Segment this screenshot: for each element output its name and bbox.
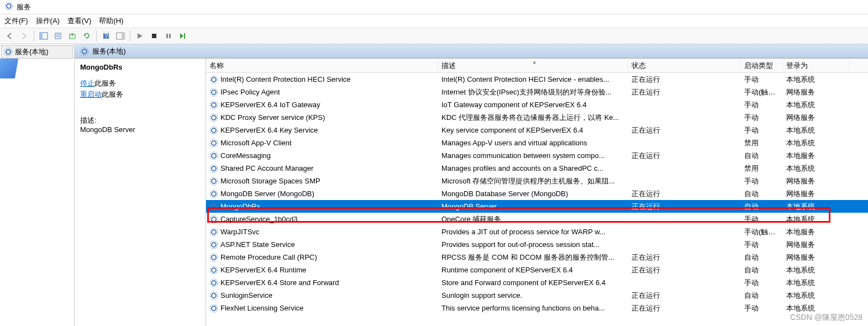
col-status[interactable]: 状态	[628, 59, 741, 72]
gear-icon	[4, 48, 13, 56]
service-row[interactable]: Microsoft App-V ClientManages App-V user…	[206, 136, 868, 149]
restart-link[interactable]: 重启动	[80, 90, 102, 98]
service-name: KEPServerEX 6.4 Store and Forward	[220, 278, 339, 287]
service-logon: 本地系统	[783, 75, 849, 85]
service-desc: RPCSS 服务是 COM 和 DCOM 服务器的服务控制管...	[438, 253, 628, 262]
help-button[interactable]: ?	[99, 29, 113, 43]
title-bar: 服务	[0, 0, 868, 14]
service-row[interactable]: KEPServerEX 6.4 IoT GatewayIoT Gateway c…	[206, 98, 868, 111]
service-logon: 本地服务	[783, 227, 849, 237]
service-logon: 本地系统	[783, 214, 849, 224]
export-button[interactable]	[66, 29, 79, 43]
service-desc: Internet 协议安全(IPsec)支持网络级别的对等身份验...	[438, 87, 628, 97]
service-desc: Manages profiles and accounts on a Share…	[438, 164, 628, 172]
service-desc: MongoDB Database Server (MongoDB)	[438, 190, 628, 198]
service-desc: Manages App-V users and virtual applicat…	[438, 139, 628, 147]
col-desc[interactable]: 描述▴	[438, 59, 628, 72]
service-logon: 本地系统	[783, 265, 849, 275]
svg-rect-3	[40, 33, 43, 39]
refresh-button[interactable]	[80, 29, 93, 43]
gear-icon	[209, 177, 218, 186]
service-row[interactable]: KEPServerEX 6.4 Key ServiceKey service c…	[206, 124, 868, 136]
back-button[interactable]	[3, 29, 17, 43]
service-row[interactable]: Shared PC Account ManagerManages profile…	[206, 162, 868, 175]
service-name: SunloginService	[220, 291, 272, 299]
tree-root-item[interactable]: 服务(本地)	[1, 45, 73, 59]
pause-service-button[interactable]	[162, 29, 175, 43]
gear-icon	[209, 304, 218, 313]
service-desc: OneCore 捕获服务	[438, 214, 628, 224]
service-name: MongoDB Server (MongoDB)	[220, 190, 314, 198]
service-logon: 本地系统	[783, 291, 849, 301]
service-name: Remote Procedure Call (RPC)	[220, 253, 317, 261]
service-logon: 本地服务	[783, 151, 849, 161]
service-row[interactable]: CoreMessagingManages communication betwe…	[206, 149, 868, 162]
service-status: 正在运行	[628, 265, 741, 275]
service-logon: 网络服务	[783, 113, 849, 123]
properties-button[interactable]	[51, 29, 65, 43]
overlay-decoration	[0, 59, 18, 78]
service-row[interactable]: WarpJITSvcProvides a JIT out of process …	[206, 225, 868, 238]
start-service-button[interactable]	[133, 29, 146, 43]
service-row[interactable]: Microsoft Storage Spaces SMPMicrosoft 存储…	[206, 175, 868, 187]
menu-view[interactable]: 查看(V)	[67, 16, 91, 26]
service-name: IPsec Policy Agent	[220, 88, 280, 96]
col-name[interactable]: 名称	[206, 59, 438, 72]
service-row[interactable]: Remote Procedure Call (RPC)RPCSS 服务是 COM…	[206, 251, 868, 264]
service-startup: 手动	[741, 100, 783, 110]
stop-link[interactable]: 停止	[80, 79, 94, 87]
service-desc: Provides a JIT out of process service fo…	[438, 228, 628, 236]
service-logon: 网络服务	[783, 176, 849, 186]
svg-rect-11	[122, 33, 124, 39]
service-desc: Provides support for out-of-process sess…	[438, 240, 628, 249]
service-logon: 本地系统	[783, 138, 849, 148]
action-pane-button[interactable]	[114, 29, 127, 43]
service-status: 正在运行	[628, 189, 741, 199]
service-desc: IoT Gateway component of KEPServerEX 6.4	[438, 101, 628, 109]
service-name: Microsoft Storage Spaces SMP	[220, 177, 320, 185]
stop-service-button[interactable]	[148, 29, 161, 43]
gear-icon	[209, 126, 218, 135]
service-startup: 手动	[741, 278, 783, 288]
service-row[interactable]: IPsec Policy AgentInternet 协议安全(IPsec)支持…	[206, 86, 868, 98]
service-row[interactable]: CaptureService_1b0cd3OneCore 捕获服务手动本地系统	[206, 213, 868, 225]
gear-icon	[209, 139, 218, 148]
list-body[interactable]: Intel(R) Content Protection HECI Service…	[206, 73, 868, 326]
gear-icon	[209, 164, 218, 173]
service-startup: 手动	[741, 214, 783, 224]
svg-rect-13	[166, 34, 168, 38]
service-row[interactable]: MongoDbRsMongoDB Server正在运行自动本地系统	[206, 200, 868, 213]
service-row[interactable]: ASP.NET State ServiceProvides support fo…	[206, 238, 868, 251]
forward-button[interactable]	[18, 29, 31, 43]
restart-service-button[interactable]	[176, 29, 190, 43]
service-row[interactable]: SunloginServiceSunlogin support service.…	[206, 289, 868, 302]
window-title: 服务	[17, 2, 31, 12]
service-row[interactable]: FlexNet Licensing ServiceThis service pe…	[206, 302, 868, 314]
service-logon: 网络服务	[783, 253, 849, 262]
detail-pane: MongoDbRs 停止此服务 重启动此服务 描述: MongoDB Serve…	[75, 59, 206, 326]
service-desc: Sunlogin support service.	[438, 291, 628, 299]
col-startup[interactable]: 启动类型	[741, 59, 783, 72]
menu-help[interactable]: 帮助(H)	[99, 16, 123, 26]
gear-icon	[209, 278, 218, 287]
menu-file[interactable]: 文件(F)	[4, 16, 28, 26]
show-hide-tree-button[interactable]	[37, 29, 50, 43]
service-logon: 本地系统	[783, 278, 849, 288]
service-row[interactable]: KEPServerEX 6.4 RuntimeRuntime component…	[206, 264, 868, 276]
service-startup: 手动(触发...	[741, 87, 783, 97]
service-desc: Key service component of KEPServerEX 6.4	[438, 126, 628, 134]
col-logon[interactable]: 登录为	[783, 59, 849, 72]
service-row[interactable]: MongoDB Server (MongoDB)MongoDB Database…	[206, 187, 868, 200]
service-row[interactable]: Intel(R) Content Protection HECI Service…	[206, 73, 868, 86]
service-desc: Manages communication between system com…	[438, 151, 628, 160]
service-name: Intel(R) Content Protection HECI Service	[220, 75, 351, 83]
service-status: 正在运行	[628, 151, 741, 161]
service-row[interactable]: KEPServerEX 6.4 Store and ForwardStore a…	[206, 276, 868, 289]
watermark: CSDN @陳屋恩0528	[790, 313, 862, 323]
gear-icon	[209, 75, 218, 84]
service-name: KEPServerEX 6.4 IoT Gateway	[220, 101, 320, 109]
service-startup: 手动	[741, 125, 783, 135]
service-row[interactable]: KDC Proxy Server service (KPS)KDC 代理服务器服…	[206, 111, 868, 124]
service-desc: KDC 代理服务器服务将在边缘服务器上运行，以将 Ke...	[438, 113, 628, 123]
menu-action[interactable]: 操作(A)	[36, 16, 60, 26]
